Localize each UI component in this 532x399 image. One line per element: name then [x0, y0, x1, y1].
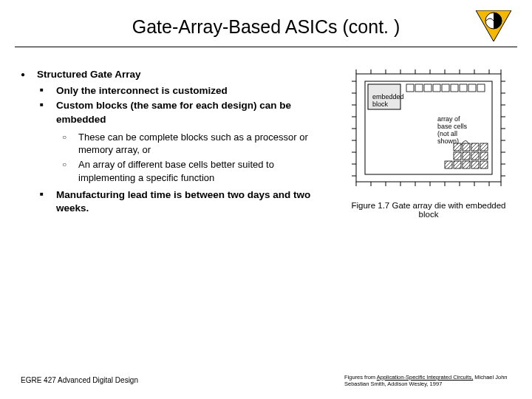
svg-rect-45: [406, 84, 414, 92]
bullet-l3a: These can be complete blocks such as a p…: [56, 131, 330, 157]
bullet-l3b-text: An array of different base cells better …: [78, 159, 274, 183]
slide-title: Gate-Array-Based ASICs (cont. ): [0, 16, 532, 38]
svg-rect-47: [424, 84, 432, 92]
footer-right-pre: Figures from: [344, 374, 377, 381]
svg-rect-58: [454, 152, 461, 160]
bullet-l3b: An array of different base cells better …: [56, 158, 330, 184]
svg-rect-49: [442, 84, 449, 92]
svg-rect-62: [445, 161, 452, 168]
svg-rect-55: [463, 143, 470, 151]
figure-block: embeddedblock array ofbase cells(not all…: [343, 66, 514, 219]
svg-rect-51: [460, 84, 467, 92]
svg-rect-46: [415, 84, 423, 92]
svg-rect-50: [451, 84, 458, 92]
bullet-l1-text: Structured Gate Array: [37, 69, 141, 80]
bullet-l2c: Manufacturing lead time is between two d…: [37, 188, 330, 215]
figure-image-icon: embeddedblock array ofbase cells(not all…: [343, 66, 514, 191]
bullet-l2a-text: Only the interconnect is customized: [56, 85, 228, 96]
vcu-logo-icon: [476, 10, 511, 41]
body-content: Structured Gate Array Only the interconn…: [21, 68, 330, 217]
svg-rect-66: [480, 161, 488, 168]
slide: Gate-Array-Based ASICs (cont. ) Structur…: [0, 0, 532, 399]
bullet-l1: Structured Gate Array Only the interconn…: [21, 68, 330, 216]
svg-rect-59: [463, 152, 470, 160]
bullet-l3a-text: These can be complete blocks such as a p…: [78, 132, 308, 156]
svg-rect-60: [471, 152, 479, 160]
svg-rect-52: [468, 84, 476, 92]
svg-rect-53: [477, 84, 485, 92]
bullet-l2c-text: Manufacturing lead time is between two d…: [56, 189, 310, 214]
svg-rect-65: [471, 161, 479, 168]
svg-rect-61: [480, 152, 488, 160]
svg-rect-56: [471, 143, 479, 151]
bullet-l2b-text: Custom blocks (the same for each design)…: [56, 100, 291, 124]
bullet-l2a: Only the interconnect is customized: [37, 84, 330, 98]
footer-right-title: Application-Specific Integrated Circuits…: [377, 374, 473, 381]
figure-caption: Figure 1.7 Gate array die with embedded …: [343, 201, 514, 219]
svg-rect-48: [433, 84, 440, 92]
footer-left: EGRE 427 Advanced Digital Design: [21, 376, 138, 384]
svg-rect-63: [454, 161, 461, 168]
bullet-l2b: Custom blocks (the same for each design)…: [37, 99, 330, 184]
footer-right: Figures from Application-Specific Integr…: [344, 374, 514, 387]
title-underline: [15, 47, 517, 47]
svg-rect-64: [463, 161, 470, 168]
svg-rect-57: [480, 143, 488, 151]
